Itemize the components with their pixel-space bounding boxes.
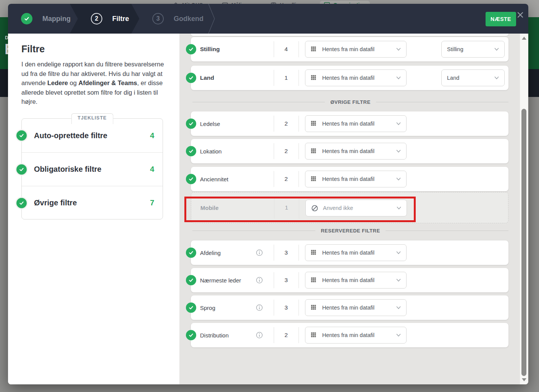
checklist-item-label: Obligatoriske filtre <box>34 165 102 174</box>
filter-count: 2 <box>274 148 299 155</box>
data-table-icon <box>311 249 318 256</box>
checklist-item-auto: Auto-oprettede filtre 4 <box>22 119 163 152</box>
filter-label: Lokation <box>200 148 222 155</box>
dropdown-value: Anvend ikke <box>323 205 392 211</box>
data-table-icon <box>311 74 318 81</box>
data-table-icon <box>311 332 318 339</box>
description-text: og <box>68 79 79 86</box>
wizard-header: Mapping 2 Filtre 3 Godkend NÆSTE <box>8 4 528 34</box>
check-icon <box>186 248 196 258</box>
check-icon <box>16 164 27 174</box>
filter-count: 3 <box>274 277 299 284</box>
source-dropdown[interactable]: Hentes fra min datafil <box>305 244 407 261</box>
filter-label: Sprog <box>200 305 215 311</box>
scrollbar-down-arrow-icon[interactable] <box>522 378 526 381</box>
source-dropdown[interactable]: Hentes fra min datafil <box>305 143 407 160</box>
data-table-icon <box>311 120 318 127</box>
source-dropdown[interactable]: Hentes fra min datafil <box>305 69 407 86</box>
divider <box>299 70 299 86</box>
filter-count: 4 <box>274 46 299 53</box>
chevron-down-icon <box>396 251 401 254</box>
source-dropdown[interactable]: Hentes fra min datafil <box>305 299 407 316</box>
description-bold: Afdelinger & Teams <box>79 79 137 86</box>
dropdown-value: Hentes fra min datafil <box>322 75 392 81</box>
filter-row-distribution: Distribution 2 Hentes fra min datafil <box>191 323 508 347</box>
dropdown-value: Hentes fra min datafil <box>322 277 392 283</box>
divider <box>299 245 299 261</box>
close-icon[interactable] <box>515 10 525 20</box>
filter-count: 1 <box>274 74 299 81</box>
info-icon[interactable] <box>256 332 263 339</box>
checklist-item-obligatoriske: Obligatoriske filtre 4 <box>22 152 163 186</box>
source-dropdown[interactable]: Hentes fra min datafil <box>305 272 407 289</box>
description-bold: Ledere <box>47 79 68 86</box>
check-icon <box>16 131 27 141</box>
filter-count: 1 <box>274 204 299 211</box>
filter-row-afdeling: Afdeling 3 Hentes fra min datafil <box>191 240 508 265</box>
chevron-down-icon <box>396 177 401 181</box>
checklist-item-label: Auto-oprettede filtre <box>34 131 107 140</box>
info-icon[interactable] <box>256 304 263 311</box>
divider <box>376 102 508 102</box>
check-icon <box>186 303 196 313</box>
page-title: Filtre <box>21 44 45 55</box>
section-title: RESERVEREDE FILTRE <box>321 228 380 234</box>
filter-wizard-modal: Mapping 2 Filtre 3 Godkend NÆSTE Filtre … <box>8 4 528 384</box>
divider <box>386 231 508 231</box>
dropdown-value: Hentes fra min datafil <box>322 332 392 338</box>
filter-row-anciennitet: Anciennitet 2 Hentes fra min datafil <box>191 167 508 191</box>
filter-label: Nærmeste leder <box>200 277 241 284</box>
data-table-icon <box>311 148 318 155</box>
divider <box>192 102 325 102</box>
filter-count: 2 <box>274 120 299 127</box>
check-icon <box>16 198 27 208</box>
chevron-down-icon <box>396 150 401 153</box>
chevron-down-icon <box>396 76 401 79</box>
check-icon <box>186 119 196 129</box>
filter-row-ledelse: Ledelse 2 Hentes fra min datafil <box>191 111 508 136</box>
checklist-item-count: 7 <box>150 198 154 207</box>
checklist-item-count: 4 <box>150 165 154 174</box>
divider <box>299 300 299 316</box>
source-dropdown[interactable]: Hentes fra min datafil <box>305 115 407 132</box>
dropdown-value: Land <box>447 75 490 81</box>
info-icon[interactable] <box>256 249 263 256</box>
chevron-down-icon <box>396 306 401 309</box>
divider <box>299 272 299 288</box>
info-icon[interactable] <box>256 277 263 284</box>
next-button[interactable]: NÆSTE <box>486 12 516 26</box>
step-mapping[interactable]: Mapping <box>21 4 71 34</box>
filter-row-lokation: Lokation 2 Hentes fra min datafil <box>191 139 508 163</box>
filter-label: Anciennitet <box>200 176 228 182</box>
chevron-down-icon <box>494 48 499 51</box>
mapping-dropdown[interactable]: Stilling <box>441 41 505 58</box>
section-header-reserverede: RESERVEREDE FILTRE <box>192 228 508 234</box>
source-dropdown[interactable]: Hentes fra min datafil <box>305 171 407 187</box>
scrollbar[interactable] <box>520 34 528 384</box>
filter-row-naermeste-leder: Nærmeste leder 3 Hentes fra min datafil <box>191 268 508 292</box>
step-godkend[interactable]: 3 Godkend <box>152 4 203 34</box>
data-table-icon <box>311 304 318 311</box>
divider <box>192 231 315 231</box>
step-label: Godkend <box>174 15 203 23</box>
chevron-down-icon <box>396 334 401 337</box>
checklist-item-count: 4 <box>150 131 154 140</box>
divider <box>299 171 299 187</box>
step-filtre[interactable]: 2 Filtre <box>91 4 129 34</box>
step-done-check-icon <box>21 13 32 24</box>
filter-label: Ledelse <box>200 121 220 127</box>
source-dropdown[interactable]: Anvend ikke <box>305 200 407 216</box>
dropdown-value: Hentes fra min datafil <box>322 121 392 127</box>
source-dropdown[interactable]: Hentes fra min datafil <box>305 327 407 344</box>
scrollbar-thumb[interactable] <box>521 109 526 376</box>
check-icon <box>186 174 196 184</box>
step-number: 3 <box>152 13 164 24</box>
scrollbar-up-arrow-icon[interactable] <box>522 37 526 40</box>
dropdown-value: Hentes fra min datafil <box>322 250 392 256</box>
mapping-dropdown[interactable]: Land <box>441 69 505 86</box>
check-icon <box>186 73 196 83</box>
source-dropdown[interactable]: Hentes fra min datafil <box>305 41 407 58</box>
chevron-down-icon <box>494 76 499 79</box>
dropdown-value: Stilling <box>447 46 490 52</box>
sidebar-description: I den endelige rapport kan du filtrere b… <box>21 60 168 106</box>
